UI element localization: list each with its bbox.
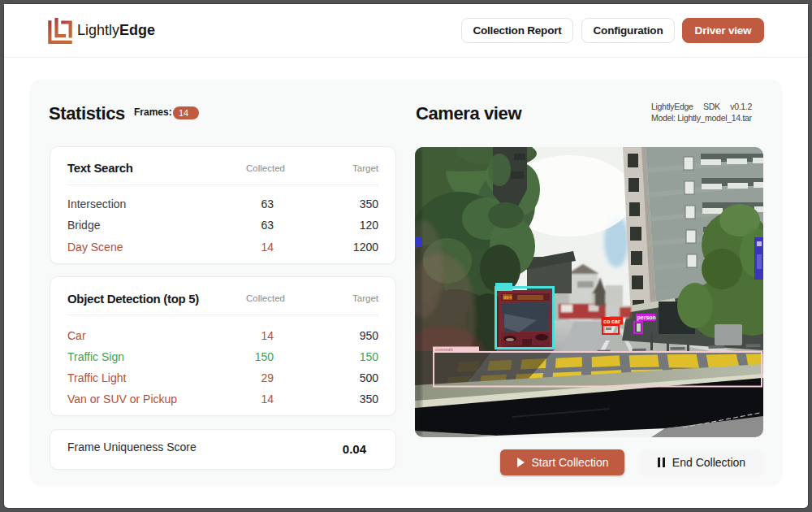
svg-text:person: person	[637, 315, 656, 321]
svg-text:994: 994	[503, 295, 512, 300]
svg-text:co car: co car	[603, 319, 620, 324]
